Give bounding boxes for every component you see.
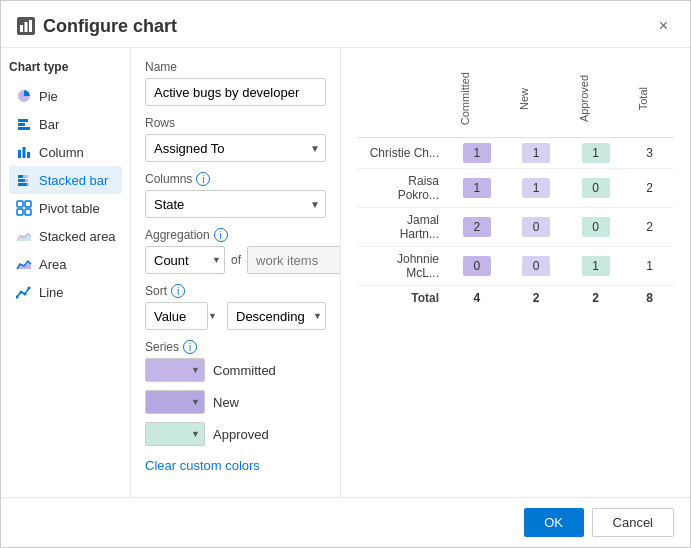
total-total: 8 <box>625 286 674 311</box>
svg-point-22 <box>24 293 27 296</box>
chart-type-pie[interactable]: Pie <box>9 82 122 110</box>
svg-rect-16 <box>17 201 23 207</box>
dialog-body: Chart type Pie <box>1 48 690 497</box>
name-input[interactable] <box>145 78 326 106</box>
preview-col-approved: Approved <box>566 60 625 138</box>
cancel-button[interactable]: Cancel <box>592 508 674 537</box>
sort-direction-select[interactable]: Descending <box>227 302 326 330</box>
total-new: 2 <box>506 286 565 311</box>
bar-label: Bar <box>39 117 59 132</box>
series-label: Series i <box>145 340 326 354</box>
bar-chart-icon <box>15 115 33 133</box>
aggregation-of-label: of <box>231 253 241 267</box>
chart-type-bar[interactable]: Bar <box>9 110 122 138</box>
svg-rect-15 <box>27 183 29 186</box>
aggregation-items-input <box>247 246 341 274</box>
columns-select-wrapper: State ▼ <box>145 190 326 218</box>
cell-new-2: 1 <box>506 169 565 208</box>
svg-rect-8 <box>27 152 30 158</box>
table-row: Jamal Hartn... 2 0 0 2 <box>357 208 674 247</box>
clear-custom-colors-link[interactable]: Clear custom colors <box>145 458 260 473</box>
series-name-approved: Approved <box>213 427 269 442</box>
configure-chart-dialog: Configure chart × Chart type Pie <box>0 0 691 548</box>
svg-point-21 <box>20 291 23 294</box>
sort-value-select[interactable]: Value <box>145 302 208 330</box>
table-row: Johnnie McL... 0 0 1 1 <box>357 247 674 286</box>
svg-rect-10 <box>23 175 27 178</box>
svg-rect-1 <box>25 22 28 32</box>
table-row: Christie Ch... 1 1 1 3 <box>357 138 674 169</box>
series-color-committed[interactable]: ▼ <box>145 358 205 382</box>
chart-type-stacked-bar[interactable]: Stacked bar <box>9 166 122 194</box>
svg-rect-19 <box>25 209 31 215</box>
series-color-arrow-approved: ▼ <box>191 429 200 439</box>
area-chart-icon <box>15 255 33 273</box>
dialog-header: Configure chart × <box>1 1 690 48</box>
table-row: Raisa Pokro... 1 1 0 2 <box>357 169 674 208</box>
svg-point-23 <box>28 287 31 290</box>
columns-label: Columns i <box>145 172 326 186</box>
series-color-new[interactable]: ▼ <box>145 390 205 414</box>
series-item-new: ▼ New <box>145 390 326 414</box>
total-committed: 4 <box>447 286 506 311</box>
column-label: Column <box>39 145 84 160</box>
chart-type-column[interactable]: Column <box>9 138 122 166</box>
pivot-table-icon <box>15 199 33 217</box>
cell-total-1: 3 <box>625 138 674 169</box>
columns-select[interactable]: State <box>145 190 326 218</box>
chart-type-pivot-table[interactable]: Pivot table <box>9 194 122 222</box>
line-chart-icon <box>15 283 33 301</box>
svg-rect-2 <box>29 20 32 32</box>
chart-type-line[interactable]: Line <box>9 278 122 306</box>
series-info-icon[interactable]: i <box>183 340 197 354</box>
ok-button[interactable]: OK <box>524 508 584 537</box>
svg-rect-17 <box>25 201 31 207</box>
row-name-1: Christie Ch... <box>357 138 447 169</box>
aggregation-label: Aggregation i <box>145 228 326 242</box>
svg-rect-18 <box>17 209 23 215</box>
preview-col-new: New <box>506 60 565 138</box>
pivot-table-label: Pivot table <box>39 201 100 216</box>
chart-type-area[interactable]: Area <box>9 250 122 278</box>
chart-type-panel: Chart type Pie <box>1 48 131 497</box>
series-item-approved: ▼ Approved <box>145 422 326 446</box>
aggregation-row: Count ▼ of <box>145 246 326 274</box>
sort-value-arrow: ▼ <box>208 311 217 321</box>
preview-col-total: Total <box>625 60 674 138</box>
aggregation-info-icon[interactable]: i <box>214 228 228 242</box>
pie-chart-icon <box>15 87 33 105</box>
svg-rect-12 <box>18 179 25 182</box>
columns-info-icon[interactable]: i <box>196 172 210 186</box>
config-panel: Name Rows Assigned To ▼ Columns i State … <box>131 48 341 497</box>
total-approved: 2 <box>566 286 625 311</box>
svg-rect-13 <box>25 179 28 182</box>
cell-committed-3: 2 <box>447 208 506 247</box>
row-name-3: Jamal Hartn... <box>357 208 447 247</box>
series-color-arrow-new: ▼ <box>191 397 200 407</box>
dialog-footer: OK Cancel <box>1 497 690 547</box>
cell-committed-2: 1 <box>447 169 506 208</box>
rows-select[interactable]: Assigned To <box>145 134 326 162</box>
svg-rect-5 <box>18 127 30 130</box>
chart-type-label: Chart type <box>9 60 122 74</box>
cell-new-4: 0 <box>506 247 565 286</box>
stacked-area-icon <box>15 227 33 245</box>
svg-rect-3 <box>18 119 28 122</box>
svg-rect-4 <box>18 123 25 126</box>
sort-info-icon[interactable]: i <box>171 284 185 298</box>
series-color-approved[interactable]: ▼ <box>145 422 205 446</box>
stacked-bar-label: Stacked bar <box>39 173 108 188</box>
aggregation-select[interactable]: Count <box>145 246 225 274</box>
cell-total-4: 1 <box>625 247 674 286</box>
total-label: Total <box>357 286 447 311</box>
chart-type-stacked-area[interactable]: Stacked area <box>9 222 122 250</box>
cell-new-3: 0 <box>506 208 565 247</box>
pie-label: Pie <box>39 89 58 104</box>
cell-committed-1: 1 <box>447 138 506 169</box>
svg-rect-0 <box>20 25 23 32</box>
cell-new-1: 1 <box>506 138 565 169</box>
stacked-bar-icon <box>15 171 33 189</box>
sort-row: Value ▼ Descending ▼ <box>145 302 326 330</box>
cell-approved-1: 1 <box>566 138 625 169</box>
close-button[interactable]: × <box>653 15 674 37</box>
